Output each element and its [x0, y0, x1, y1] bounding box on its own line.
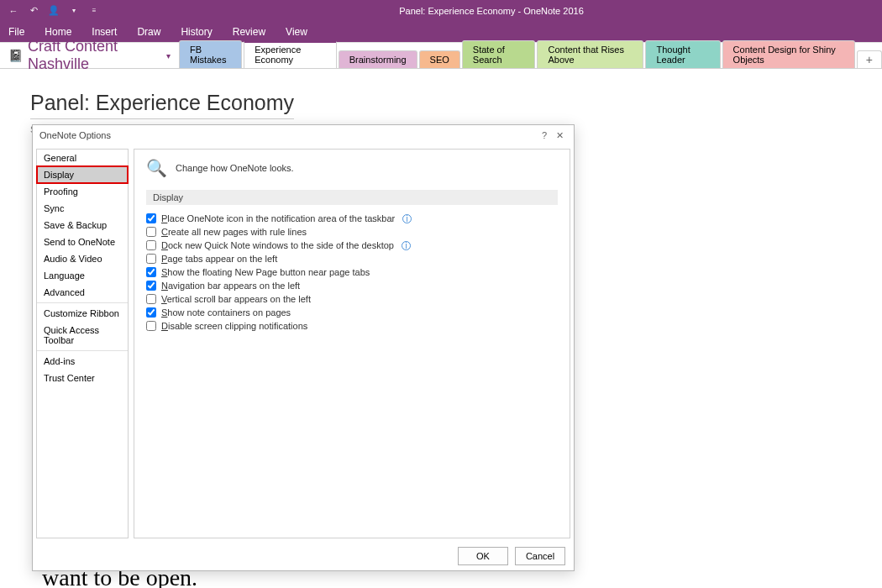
display-option[interactable]: Vertical scroll bar appears on the left: [146, 292, 558, 306]
category-item[interactable]: General: [37, 150, 128, 166]
ribbon-tab-draw[interactable]: Draw: [137, 26, 160, 38]
display-option[interactable]: Create all new pages with rule lines: [146, 225, 558, 239]
window-title: Panel: Experience Economy - OneNote 2016: [101, 6, 882, 16]
notebook-selector[interactable]: 📓 Craft Content Nashville ▾: [0, 38, 179, 73]
section-tab[interactable]: SEO: [419, 50, 460, 68]
option-label: Place OneNote icon in the notification a…: [161, 213, 395, 223]
section-tab[interactable]: Experience Economy: [244, 40, 337, 68]
section-heading: Display: [146, 190, 558, 205]
option-label: Navigation bar appears on the left: [161, 281, 300, 291]
ribbon-tab-insert[interactable]: Insert: [92, 26, 117, 38]
notebook-name: Craft Content Nashville: [28, 38, 161, 73]
ribbon-tab-view[interactable]: View: [286, 26, 307, 38]
option-label: Create all new pages with rule lines: [161, 227, 307, 237]
option-label: Vertical scroll bar appears on the left: [161, 294, 311, 304]
dialog-title: OneNote Options: [39, 130, 111, 140]
section-tab[interactable]: State of Search: [462, 40, 536, 68]
display-options: Place OneNote icon in the notification a…: [146, 212, 558, 333]
display-option[interactable]: Dock new Quick Note windows to the side …: [146, 239, 558, 252]
display-settings-icon: 🔍: [146, 158, 167, 178]
notebook-icon: 📓: [8, 49, 23, 62]
ok-button[interactable]: OK: [458, 547, 508, 565]
display-option[interactable]: Disable screen clipping notifications: [146, 319, 558, 333]
back-icon[interactable]: ←: [7, 4, 20, 18]
help-button[interactable]: ?: [537, 130, 552, 140]
panel-heading-row: 🔍 Change how OneNote looks.: [146, 158, 558, 178]
option-checkbox[interactable]: [146, 307, 156, 318]
ribbon-tab-file[interactable]: File: [8, 26, 24, 38]
option-label: Show the floating New Page button near p…: [161, 267, 370, 277]
category-item[interactable]: Customize Ribbon: [37, 305, 128, 322]
option-checkbox[interactable]: [146, 281, 156, 291]
option-checkbox[interactable]: [146, 267, 156, 277]
option-checkbox[interactable]: [146, 240, 156, 250]
section-tab[interactable]: Content that Rises Above: [537, 40, 643, 68]
cancel-button[interactable]: Cancel: [515, 547, 565, 565]
option-checkbox[interactable]: [146, 213, 156, 223]
settings-panel: 🔍 Change how OneNote looks. Display Plac…: [134, 149, 570, 538]
chevron-down-icon: ▾: [166, 51, 171, 60]
category-list: GeneralDisplayProofingSyncSave & BackupS…: [36, 149, 129, 538]
category-item[interactable]: Trust Center: [37, 370, 128, 386]
display-option[interactable]: Place OneNote icon in the notification a…: [146, 212, 558, 225]
dialog-body: GeneralDisplayProofingSyncSave & BackupS…: [33, 145, 574, 542]
close-icon[interactable]: ✕: [552, 130, 567, 141]
section-bar: 📓 Craft Content Nashville ▾ FB MistakesE…: [0, 42, 882, 69]
dialog-titlebar: OneNote Options ? ✕: [33, 125, 574, 145]
category-item[interactable]: Sync: [37, 200, 128, 217]
category-item[interactable]: Display: [37, 166, 128, 183]
display-option[interactable]: Navigation bar appears on the left: [146, 279, 558, 292]
section-tab[interactable]: Brainstorming: [339, 50, 417, 68]
display-option[interactable]: Page tabs appear on the left: [146, 252, 558, 265]
display-option[interactable]: Show the floating New Page button near p…: [146, 265, 558, 279]
document-title: Panel: Experience Economy: [399, 6, 515, 16]
category-item[interactable]: Send to OneNote: [37, 234, 128, 250]
undo-icon[interactable]: ↶: [27, 4, 40, 18]
option-label: Dock new Quick Note windows to the side …: [161, 240, 394, 250]
category-item[interactable]: Advanced: [37, 284, 128, 301]
info-icon[interactable]: i: [402, 241, 411, 250]
user-icon[interactable]: 👤: [47, 4, 60, 18]
option-checkbox[interactable]: [146, 254, 156, 264]
display-option[interactable]: Show note containers on pages: [146, 306, 558, 319]
category-item[interactable]: Audio & Video: [37, 250, 128, 267]
section-tab[interactable]: Thought Leader: [645, 40, 720, 68]
app-name: OneNote 2016: [523, 6, 584, 16]
option-checkbox[interactable]: [146, 227, 156, 237]
option-checkbox[interactable]: [146, 294, 156, 304]
dialog-footer: OK Cancel: [33, 542, 574, 570]
option-label: Disable screen clipping notifications: [161, 321, 307, 331]
option-label: Page tabs appear on the left: [161, 254, 277, 264]
category-item[interactable]: Proofing: [37, 183, 128, 200]
info-icon[interactable]: i: [402, 214, 412, 223]
section-tab[interactable]: Content Design for Shiny Objects: [722, 40, 855, 68]
category-item[interactable]: Quick Access Toolbar: [37, 322, 128, 349]
ribbon-tab-home[interactable]: Home: [45, 26, 71, 38]
section-tabs: FB MistakesExperience EconomyBrainstormi…: [179, 43, 882, 68]
panel-heading: Change how OneNote looks.: [176, 163, 294, 173]
page-title[interactable]: Panel: Experience Economy: [30, 91, 294, 119]
quick-access-toolbar: ← ↶ 👤 ▾ ≡: [0, 4, 101, 18]
add-section-button[interactable]: +: [857, 50, 882, 68]
dropdown-icon[interactable]: ▾: [67, 4, 81, 18]
category-item[interactable]: Language: [37, 267, 128, 284]
title-bar: ← ↶ 👤 ▾ ≡ Panel: Experience Economy - On…: [0, 0, 882, 21]
ribbon-tab-history[interactable]: History: [181, 26, 212, 38]
option-label: Show note containers on pages: [161, 307, 291, 318]
options-dialog: OneNote Options ? ✕ GeneralDisplayProofi…: [32, 124, 575, 571]
option-checkbox[interactable]: [146, 321, 156, 331]
category-item[interactable]: Save & Backup: [37, 217, 128, 234]
section-tab[interactable]: FB Mistakes: [179, 40, 242, 68]
qat-customize-icon[interactable]: ≡: [87, 4, 101, 18]
category-item[interactable]: Add-ins: [37, 353, 128, 370]
ribbon-tab-review[interactable]: Review: [233, 26, 265, 38]
